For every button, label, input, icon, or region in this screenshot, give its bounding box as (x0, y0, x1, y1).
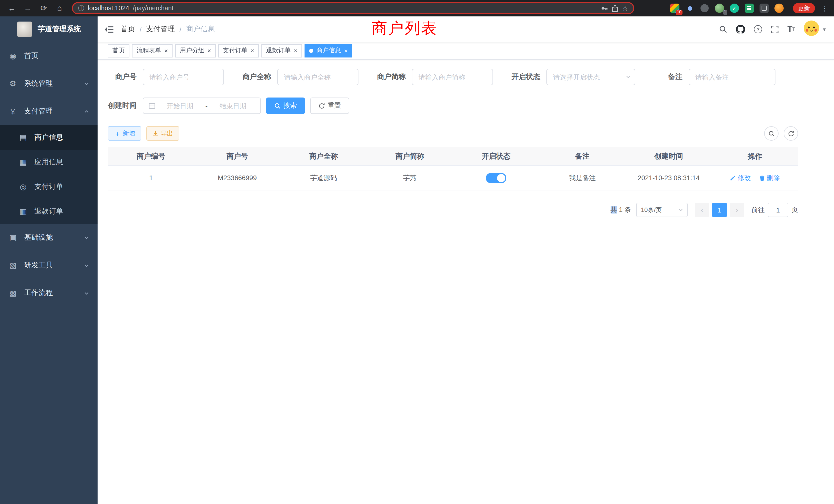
filter-full-name: 商户全称 (242, 69, 358, 85)
sidebar-item-label: 退款订单 (35, 207, 89, 216)
sidebar-item-label: 系统管理 (24, 79, 84, 88)
sidebar-item-merchant-info[interactable]: ▤ 商户信息 (0, 125, 97, 150)
sidebar-item-devtools[interactable]: ▧ 研发工具 (0, 251, 97, 279)
github-icon[interactable] (736, 25, 745, 34)
browser-home-button[interactable]: ⌂ (53, 2, 66, 15)
sidebar-item-app-info[interactable]: ▦ 应用信息 (0, 150, 97, 175)
full-name-input[interactable] (277, 69, 358, 85)
prev-page-button[interactable]: ‹ (695, 203, 709, 217)
extension-check-icon[interactable]: ✓ (730, 4, 739, 13)
date-range-separator: - (204, 102, 209, 110)
extension-badge-count: 1 (723, 10, 727, 15)
url-path: /pay/merchant (133, 5, 173, 12)
end-date-input[interactable] (211, 102, 255, 110)
tab-home[interactable]: 首页 (108, 44, 129, 57)
font-size-icon[interactable]: TT (787, 25, 795, 33)
browser-reload-button[interactable]: ⟳ (37, 2, 50, 15)
goto-page-input[interactable] (768, 203, 788, 217)
close-icon[interactable]: × (344, 47, 348, 54)
delete-button-label: 删除 (767, 173, 780, 182)
user-menu[interactable]: ▾ (804, 21, 826, 38)
edit-button[interactable]: 修改 (730, 173, 751, 182)
tab-refund-order[interactable]: 退款订单 × (261, 44, 302, 57)
tab-process-form[interactable]: 流程表单 × (132, 44, 173, 57)
tab-merchant-info[interactable]: 商户信息 × (305, 44, 352, 57)
fullscreen-icon[interactable] (771, 25, 778, 33)
bookmark-star-icon[interactable]: ☆ (622, 4, 628, 12)
extension-doc-icon[interactable] (745, 4, 754, 13)
search-button[interactable]: 搜索 (266, 97, 305, 114)
filter-row-1: 商户号 商户全称 商户简称 开启状态 (108, 69, 798, 85)
search-icon[interactable] (719, 25, 727, 33)
address-bar[interactable]: ⓘ localhost:1024 /pay/merchant ☆ (72, 2, 634, 14)
col-header-actions: 操作 (712, 147, 798, 165)
sidebar-item-workflow[interactable]: ▩ 工作流程 (0, 279, 97, 307)
status-toggle[interactable] (486, 173, 506, 183)
table-header-row: 商户编号 商户号 商户全称 商户简称 开启状态 备注 创建时间 操作 (108, 147, 798, 165)
refresh-table-button[interactable] (784, 126, 798, 141)
toggle-search-button[interactable] (764, 126, 778, 141)
tab-user-group[interactable]: 用户分组 × (175, 44, 216, 57)
share-icon[interactable] (612, 4, 619, 12)
tab-label: 流程表单 (137, 46, 161, 55)
sidebar-item-pay-order[interactable]: ◎ 支付订单 (0, 175, 97, 199)
export-button[interactable]: 导出 (146, 126, 179, 141)
extension-blue-dot-icon[interactable] (685, 4, 694, 13)
close-icon[interactable]: × (164, 47, 168, 54)
download-icon (153, 130, 159, 137)
tab-pay-order[interactable]: 支付订单 × (218, 44, 259, 57)
current-page-button[interactable]: 1 (712, 203, 727, 217)
sidebar-item-infrastructure[interactable]: ▣ 基础设施 (0, 224, 97, 251)
extension-tool-icon[interactable] (760, 4, 769, 13)
password-key-icon[interactable] (601, 5, 608, 12)
start-date-input[interactable] (158, 102, 202, 110)
sidebar-item-payment[interactable]: ¥ 支付管理 (0, 97, 97, 125)
help-icon[interactable]: ? (754, 25, 762, 33)
status-select[interactable] (546, 69, 635, 85)
browser-forward-button[interactable]: → (21, 2, 35, 15)
extension-colorful-icon[interactable]: 10 (670, 4, 679, 13)
dashboard-icon: ◉ (8, 51, 18, 61)
status-select-input[interactable] (546, 69, 635, 85)
next-page-button[interactable]: › (730, 203, 744, 217)
reset-button[interactable]: 重置 (310, 97, 349, 114)
browser-back-button[interactable]: ← (5, 2, 19, 15)
close-icon[interactable]: × (250, 47, 254, 54)
yen-icon: ¥ (8, 107, 18, 116)
delete-button[interactable]: 删除 (759, 173, 780, 182)
search-button-label: 搜索 (284, 101, 297, 110)
sidebar-item-system[interactable]: ⚙ 系统管理 (0, 70, 97, 97)
close-icon[interactable]: × (207, 47, 211, 54)
plus-icon: ＋ (114, 130, 121, 137)
sidebar-item-home[interactable]: ◉ 首页 (0, 42, 97, 70)
remark-input[interactable] (689, 69, 775, 85)
extensions-area: 10 1 ✓ (670, 4, 784, 13)
sidebar-item-refund-order[interactable]: ▥ 退款订单 (0, 199, 97, 224)
short-name-input[interactable] (412, 69, 493, 85)
caret-down-icon: ▾ (823, 26, 826, 32)
browser-menu-icon[interactable]: ⋮ (821, 4, 829, 12)
site-info-icon[interactable]: ⓘ (78, 4, 84, 13)
extension-orange-avatar-icon[interactable] (774, 4, 784, 13)
close-icon[interactable]: × (294, 47, 297, 54)
extension-avatar-icon[interactable]: 1 (715, 4, 724, 13)
sidebar-item-label: 支付订单 (35, 182, 89, 191)
sidebar-fold-icon[interactable] (105, 25, 113, 33)
browser-toolbar: ← → ⟳ ⌂ ⓘ localhost:1024 /pay/merchant ☆… (0, 0, 834, 17)
merchant-no-input[interactable] (143, 69, 224, 85)
cell-status (453, 165, 539, 190)
page-size-select[interactable] (636, 203, 688, 217)
workflow-icon: ▩ (8, 289, 18, 298)
pagination-goto: 前往 页 (751, 203, 798, 217)
browser-update-button[interactable]: 更新 (793, 3, 815, 13)
date-range-picker[interactable]: - (143, 97, 261, 114)
breadcrumb-payment[interactable]: 支付管理 (146, 25, 175, 34)
breadcrumb-home[interactable]: 首页 (121, 25, 135, 34)
chevron-down-icon (84, 81, 89, 87)
filter-label: 创建时间 (108, 101, 137, 110)
extension-gray-circle-icon[interactable] (700, 4, 709, 13)
chevron-down-icon (626, 74, 631, 80)
goto-prefix-label: 前往 (751, 205, 765, 214)
add-button[interactable]: ＋ 新增 (108, 126, 141, 141)
sidebar-logo[interactable]: 芋道管理系统 (0, 17, 97, 42)
